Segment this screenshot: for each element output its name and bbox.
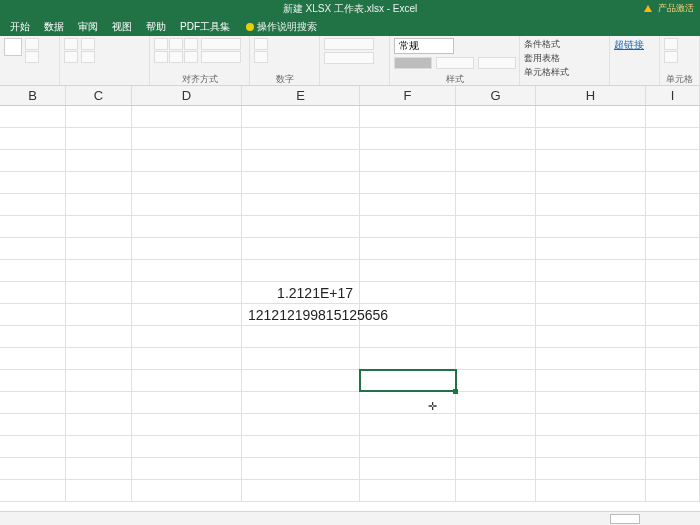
- col-header-d[interactable]: D: [132, 86, 242, 105]
- col-header-f[interactable]: F: [360, 86, 456, 105]
- cell[interactable]: [242, 326, 360, 347]
- cell[interactable]: [456, 194, 536, 215]
- cell[interactable]: [132, 106, 242, 127]
- cell[interactable]: [646, 414, 700, 435]
- cell[interactable]: [66, 370, 132, 391]
- cell[interactable]: [0, 436, 66, 457]
- cell[interactable]: [456, 238, 536, 259]
- align-5[interactable]: [169, 51, 183, 63]
- cell[interactable]: [242, 128, 360, 149]
- cell[interactable]: [360, 282, 456, 303]
- cell[interactable]: [242, 348, 360, 369]
- cell[interactable]: [646, 480, 700, 501]
- hyperlink-button[interactable]: 超链接: [614, 38, 644, 52]
- cell[interactable]: [456, 216, 536, 237]
- cell[interactable]: [536, 370, 646, 391]
- spreadsheet-area[interactable]: B C D E F G H I 1.2121E+17 12: [0, 86, 700, 502]
- cell[interactable]: [0, 216, 66, 237]
- cell[interactable]: [456, 106, 536, 127]
- cell[interactable]: [536, 260, 646, 281]
- cell[interactable]: [242, 216, 360, 237]
- cond-format-label[interactable]: 条件格式: [524, 38, 560, 51]
- cell[interactable]: [646, 458, 700, 479]
- cell[interactable]: [132, 436, 242, 457]
- cell[interactable]: [66, 282, 132, 303]
- cell[interactable]: [456, 260, 536, 281]
- cell[interactable]: [0, 128, 66, 149]
- cell[interactable]: [132, 150, 242, 171]
- cell[interactable]: [132, 480, 242, 501]
- cell[interactable]: [0, 106, 66, 127]
- cell[interactable]: [360, 436, 456, 457]
- cell[interactable]: [536, 172, 646, 193]
- cell[interactable]: [360, 150, 456, 171]
- cell[interactable]: [66, 348, 132, 369]
- cell[interactable]: [536, 480, 646, 501]
- cell[interactable]: [242, 458, 360, 479]
- cell[interactable]: [66, 172, 132, 193]
- col-header-b[interactable]: B: [0, 86, 66, 105]
- tab-help[interactable]: 帮助: [140, 18, 172, 36]
- cell[interactable]: [0, 172, 66, 193]
- cell[interactable]: [0, 150, 66, 171]
- cell[interactable]: [66, 194, 132, 215]
- cell-style-label[interactable]: 单元格样式: [524, 66, 569, 79]
- cell[interactable]: [66, 414, 132, 435]
- cell[interactable]: [646, 216, 700, 237]
- font-btn-1[interactable]: [64, 38, 78, 50]
- cell[interactable]: [646, 436, 700, 457]
- cell[interactable]: [536, 150, 646, 171]
- cell[interactable]: [132, 392, 242, 413]
- cell[interactable]: [242, 392, 360, 413]
- cell[interactable]: [456, 436, 536, 457]
- cell[interactable]: [0, 260, 66, 281]
- copy-button[interactable]: [25, 51, 39, 63]
- cell[interactable]: [66, 480, 132, 501]
- merge-button[interactable]: [201, 51, 241, 63]
- cell[interactable]: [132, 194, 242, 215]
- cell[interactable]: [242, 106, 360, 127]
- style-btn-2[interactable]: [436, 57, 474, 69]
- tab-data[interactable]: 数据: [38, 18, 70, 36]
- align-1[interactable]: [154, 38, 168, 50]
- cell[interactable]: [536, 414, 646, 435]
- cell[interactable]: [132, 128, 242, 149]
- cell[interactable]: [360, 414, 456, 435]
- cell[interactable]: [242, 150, 360, 171]
- delete-button[interactable]: [664, 51, 678, 63]
- cell[interactable]: [646, 238, 700, 259]
- cell[interactable]: [646, 194, 700, 215]
- cell[interactable]: [536, 282, 646, 303]
- cell[interactable]: [66, 150, 132, 171]
- tab-home[interactable]: 开始: [4, 18, 36, 36]
- cell[interactable]: [242, 260, 360, 281]
- cell[interactable]: [0, 304, 66, 325]
- cell-e9[interactable]: 1.2121E+17: [242, 282, 360, 303]
- cell[interactable]: [456, 480, 536, 501]
- cell[interactable]: [646, 392, 700, 413]
- font-btn-3[interactable]: [81, 38, 95, 50]
- tab-pdf[interactable]: PDF工具集: [174, 18, 236, 36]
- col-header-e[interactable]: E: [242, 86, 360, 105]
- cell[interactable]: [646, 282, 700, 303]
- tab-review[interactable]: 审阅: [72, 18, 104, 36]
- cell[interactable]: [360, 260, 456, 281]
- cell[interactable]: [536, 326, 646, 347]
- cell[interactable]: [456, 458, 536, 479]
- cell[interactable]: [536, 304, 646, 325]
- cell[interactable]: [646, 150, 700, 171]
- cell[interactable]: [66, 106, 132, 127]
- cell[interactable]: [66, 304, 132, 325]
- cell[interactable]: [360, 480, 456, 501]
- cell[interactable]: [242, 436, 360, 457]
- cell[interactable]: [536, 458, 646, 479]
- cell[interactable]: [360, 172, 456, 193]
- align-2[interactable]: [169, 38, 183, 50]
- cell[interactable]: [66, 216, 132, 237]
- cell[interactable]: [360, 128, 456, 149]
- wrap-button[interactable]: [201, 38, 241, 50]
- scroll-thumb[interactable]: [610, 514, 640, 524]
- cell[interactable]: [132, 304, 242, 325]
- cond-format-button[interactable]: [324, 38, 374, 50]
- cell-e10[interactable]: 121212199815125656: [242, 304, 360, 325]
